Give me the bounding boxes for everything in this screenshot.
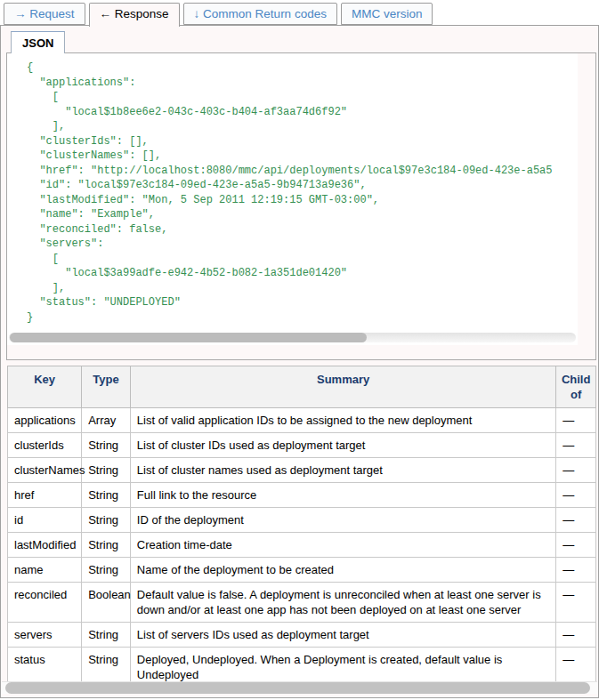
cell-key: href bbox=[8, 483, 82, 508]
tab-common-return-codes[interactable]: ↓ Common Return codes bbox=[183, 3, 337, 25]
section-tab-bar: → Request ← Response ↓ Common Return cod… bbox=[4, 3, 599, 26]
cell-type: Boolean bbox=[82, 583, 131, 623]
cell-child-of: — bbox=[556, 508, 596, 533]
cell-type: String bbox=[82, 558, 131, 583]
json-code-block: { "applications": [ "local$1b8ee6e2-043c… bbox=[27, 60, 576, 327]
code-line: "clusterIds": [], bbox=[27, 134, 576, 149]
cell-key: lastModified bbox=[8, 533, 82, 558]
cell-key: name bbox=[8, 558, 82, 583]
code-line: "name": "Example", bbox=[27, 207, 576, 222]
cell-type: String bbox=[82, 623, 131, 648]
code-line: "status": "UNDEPLOYED" bbox=[27, 295, 576, 310]
tab-response[interactable]: ← Response bbox=[89, 3, 180, 27]
table-row: href String Full link to the resource — bbox=[8, 483, 596, 508]
table-row: name String Name of the deployment to be… bbox=[8, 558, 596, 583]
cell-summary: Default value is false. A deployment is … bbox=[130, 583, 556, 623]
code-line: ], bbox=[27, 281, 576, 296]
cell-key: reconciled bbox=[8, 583, 82, 623]
table-row: lastModified String Creation time-date — bbox=[8, 533, 596, 558]
cell-child-of: — bbox=[556, 583, 596, 623]
cell-child-of: — bbox=[556, 623, 596, 648]
cell-summary: Creation time-date bbox=[130, 533, 556, 558]
cell-child-of: — bbox=[556, 533, 596, 558]
code-line: "reconciled": false, bbox=[27, 222, 576, 237]
code-line: "servers": bbox=[27, 237, 576, 252]
page-horizontal-scrollbar-track[interactable] bbox=[2, 681, 597, 694]
cell-summary: Name of the deployment to be created bbox=[130, 558, 556, 583]
json-code-panel: { "applications": [ "local$1b8ee6e2-043c… bbox=[6, 52, 596, 360]
tab-request[interactable]: → Request bbox=[4, 3, 85, 25]
column-header-key: Key bbox=[8, 366, 82, 408]
code-line: "applications": bbox=[27, 76, 576, 91]
code-line: "local$3a99adfe-e942-4b52-b082-1a351de01… bbox=[27, 266, 576, 281]
cell-summary: List of cluster IDs used as deployment t… bbox=[130, 433, 556, 458]
table-row: id String ID of the deployment — bbox=[8, 508, 596, 533]
code-box: { "applications": [ "local$1b8ee6e2-043c… bbox=[7, 53, 578, 345]
table-row: clusterIds String List of cluster IDs us… bbox=[8, 433, 596, 458]
code-line: "id": "local$97e3c184-09ed-423e-a5a5-9b9… bbox=[27, 178, 576, 193]
cell-summary: ID of the deployment bbox=[130, 508, 556, 533]
cell-key: applications bbox=[8, 408, 82, 433]
table-row: clusterNames String List of cluster name… bbox=[8, 458, 596, 483]
cell-child-of: — bbox=[556, 433, 596, 458]
cell-child-of: — bbox=[556, 458, 596, 483]
cell-child-of: — bbox=[556, 558, 596, 583]
cell-summary: List of servers IDs used as deployment t… bbox=[130, 623, 556, 648]
response-fields-table: Key Type Summary Child of applications A… bbox=[7, 366, 596, 688]
table-row: applications Array List of valid applica… bbox=[8, 408, 596, 433]
cell-key: servers bbox=[8, 623, 82, 648]
cell-key: clusterNames bbox=[8, 458, 82, 483]
code-line: [ bbox=[27, 90, 576, 105]
code-line: "clusterNames": [], bbox=[27, 149, 576, 164]
cell-type: String bbox=[82, 433, 131, 458]
response-tab-content: JSON { "applications": [ "local$1b8ee6e2… bbox=[0, 25, 599, 698]
column-header-type: Type bbox=[82, 366, 131, 408]
code-horizontal-scrollbar-track[interactable] bbox=[9, 333, 576, 342]
code-line: { bbox=[27, 60, 576, 76]
code-line: "local$1b8ee6e2-043c-403c-b404-af3aa74d6… bbox=[27, 105, 576, 120]
code-line: ], bbox=[27, 119, 576, 134]
column-header-child-of: Child of bbox=[556, 366, 596, 408]
cell-child-of: — bbox=[556, 483, 596, 508]
code-line: [ bbox=[27, 252, 576, 267]
cell-summary: Full link to the resource bbox=[130, 483, 556, 508]
table-header-row: Key Type Summary Child of bbox=[8, 366, 596, 408]
cell-summary: List of valid application IDs to be assi… bbox=[130, 408, 556, 433]
cell-type: String bbox=[82, 533, 131, 558]
table-row: servers String List of servers IDs used … bbox=[8, 623, 596, 648]
cell-type: String bbox=[82, 508, 131, 533]
cell-type: String bbox=[82, 458, 131, 483]
page-horizontal-scrollbar-thumb[interactable] bbox=[5, 682, 590, 694]
cell-key: id bbox=[8, 508, 82, 533]
cell-type: String bbox=[82, 483, 131, 508]
code-line: "href": "http://localhost:8080/mmc/api/d… bbox=[27, 164, 576, 179]
tab-mmc-version[interactable]: MMC version bbox=[341, 3, 433, 25]
code-line: "lastModified": "Mon, 5 Sep 2011 12:19:1… bbox=[27, 193, 576, 208]
cell-key: clusterIds bbox=[8, 433, 82, 458]
tab-json[interactable]: JSON bbox=[11, 31, 65, 53]
table-row: reconciled Boolean Default value is fals… bbox=[8, 583, 596, 623]
code-horizontal-scrollbar-thumb[interactable] bbox=[10, 333, 367, 342]
cell-type: Array bbox=[82, 408, 131, 433]
cell-child-of: — bbox=[556, 408, 596, 433]
code-line: } bbox=[27, 310, 576, 326]
column-header-summary: Summary bbox=[130, 366, 556, 408]
cell-summary: List of cluster names used as deployment… bbox=[130, 458, 556, 483]
